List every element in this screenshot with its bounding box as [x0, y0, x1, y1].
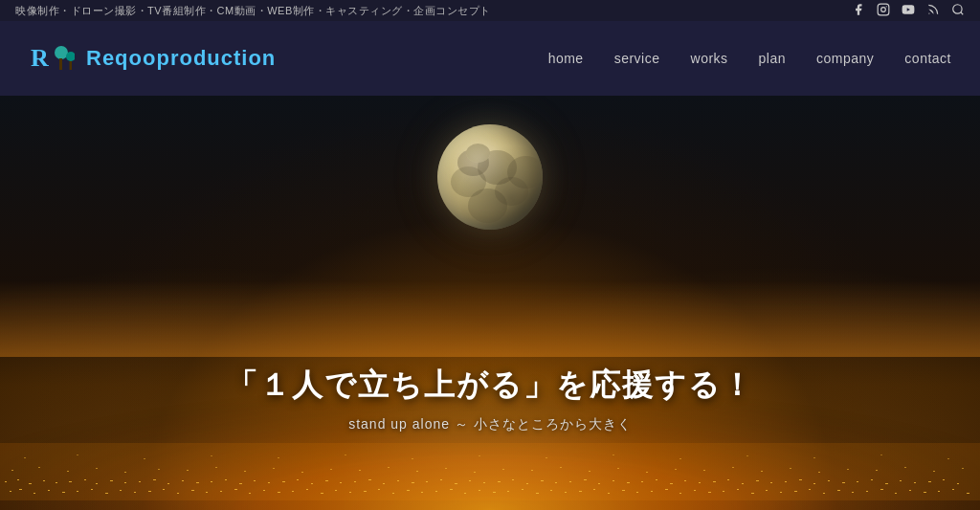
- svg-rect-11: [70, 61, 73, 70]
- nav-item-plan[interactable]: plan: [759, 51, 786, 66]
- top-bar-text: 映像制作・ドローン撮影・TV番組制作・CM動画・WEB制作・キャスティング・企画…: [15, 4, 491, 18]
- svg-rect-9: [59, 58, 62, 70]
- nav: home service works plan company contact: [548, 51, 951, 66]
- logo-text: Reqooproduction: [86, 46, 276, 71]
- svg-point-5: [953, 4, 962, 12]
- svg-point-4: [928, 12, 929, 13]
- svg-point-1: [881, 7, 886, 11]
- hero-content: 「１人で立ち上がる」を応援する！ stand up alone ～ 小さなところ…: [227, 365, 754, 433]
- horizon-glow: [0, 280, 980, 357]
- nav-item-contact[interactable]: contact: [904, 51, 951, 66]
- svg-rect-198: [0, 443, 980, 500]
- logo-icon: R: [29, 35, 75, 81]
- instagram-icon[interactable]: [877, 3, 890, 19]
- nav-item-company[interactable]: company: [816, 51, 874, 66]
- svg-point-8: [55, 46, 68, 59]
- top-bar-icons: [852, 3, 965, 19]
- nav-item-works[interactable]: works: [691, 51, 728, 66]
- header: R Reqooproduction home service works pla…: [0, 21, 980, 96]
- logo-area[interactable]: R Reqooproduction: [29, 35, 276, 81]
- nav-item-home[interactable]: home: [548, 51, 584, 66]
- nav-item-service[interactable]: service: [614, 51, 660, 66]
- hero-title: 「１人で立ち上がる」を応援する！: [227, 365, 754, 407]
- svg-text:R: R: [31, 44, 49, 72]
- search-icon[interactable]: [951, 3, 965, 19]
- svg-point-2: [886, 6, 887, 7]
- facebook-icon[interactable]: [852, 3, 865, 19]
- svg-line-6: [961, 11, 964, 14]
- moon: [437, 124, 543, 230]
- hero-section: 「１人で立ち上がる」を応援する！ stand up alone ～ 小さなところ…: [0, 96, 980, 510]
- hero-subtitle: stand up alone ～ 小さなところから大きく: [227, 416, 754, 433]
- top-bar: 映像制作・ドローン撮影・TV番組制作・CM動画・WEB制作・キャスティング・企画…: [0, 0, 980, 21]
- svg-rect-0: [878, 4, 889, 15]
- youtube-icon[interactable]: [902, 3, 915, 19]
- rss-icon[interactable]: [926, 3, 940, 19]
